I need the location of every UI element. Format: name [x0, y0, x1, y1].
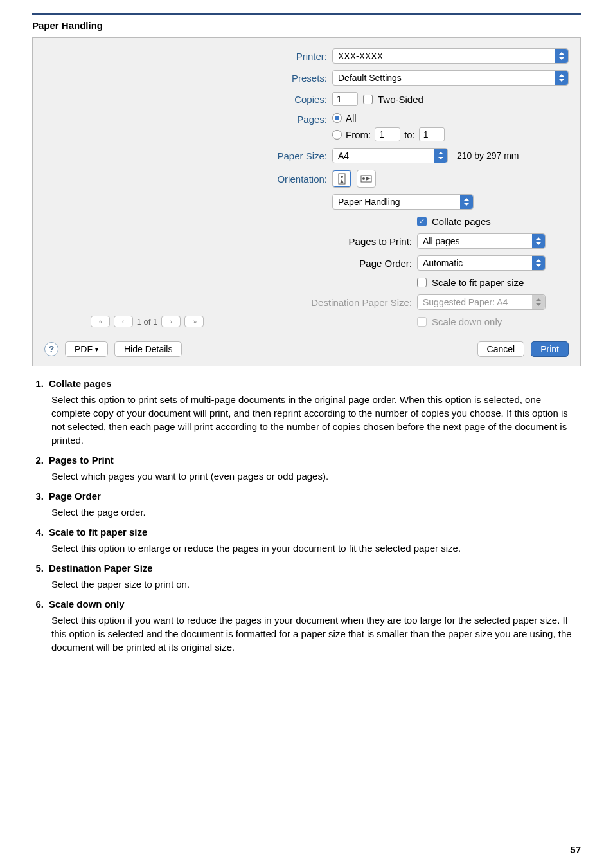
options-module-value: Paper Handling [338, 197, 400, 207]
chevron-updown-icon [555, 71, 568, 85]
pages-from-input[interactable]: 1 [375, 127, 400, 141]
pages-all-label: All [346, 113, 357, 123]
collate-checkbox[interactable] [417, 217, 427, 226]
paper-size-select[interactable]: A4 [332, 148, 448, 163]
pages-to-label: to: [404, 129, 415, 140]
item-body: Select this option to enlarge or reduce … [51, 541, 581, 555]
item-title: Page Order [49, 491, 101, 502]
scale-down-checkbox [417, 317, 427, 327]
scale-down-label: Scale down only [432, 316, 502, 327]
pages-to-input[interactable]: 1 [419, 127, 445, 141]
chevron-updown-icon [555, 49, 568, 63]
cancel-button[interactable]: Cancel [477, 341, 525, 357]
page-order-select[interactable]: Automatic [417, 255, 546, 271]
nav-prev-button[interactable]: ‹ [114, 316, 133, 327]
page-order-value: Automatic [423, 258, 463, 268]
item-body: Select the page order. [51, 505, 581, 519]
printer-value: XXX-XXXX [338, 51, 383, 61]
pages-label: Pages: [250, 113, 332, 125]
list-item: 4.Scale to fit paper size Select this op… [32, 527, 581, 555]
copies-input[interactable]: 1 [332, 92, 358, 106]
preview-nav: « ‹ 1 of 1 › » [44, 316, 250, 334]
item-number: 2. [32, 455, 44, 466]
chevron-updown-icon [532, 234, 545, 248]
presets-label: Presets: [250, 73, 332, 84]
item-number: 1. [32, 378, 44, 389]
paper-size-label: Paper Size: [250, 150, 332, 161]
item-title: Collate pages [49, 378, 112, 389]
item-body: Select which pages you want to print (ev… [51, 469, 581, 483]
presets-select[interactable]: Default Settings [332, 70, 569, 86]
chevron-down-icon: ▾ [95, 346, 98, 353]
item-number: 4. [32, 527, 44, 538]
descriptions-list: 1.Collate pages Select this option to pr… [32, 378, 581, 654]
item-title: Scale down only [49, 599, 125, 610]
scale-fit-checkbox[interactable] [417, 278, 427, 287]
pages-from-label: From: [346, 129, 371, 140]
dest-size-select: Suggested Paper: A4 [417, 294, 546, 310]
item-body: Select this option if you want to reduce… [51, 613, 581, 654]
item-body: Select the paper size to print on. [51, 577, 581, 591]
item-number: 5. [32, 563, 44, 574]
pages-from-radio[interactable] [332, 130, 342, 140]
collate-label: Collate pages [432, 216, 491, 227]
paper-size-value: A4 [338, 150, 349, 161]
printer-label: Printer: [250, 51, 332, 62]
section-title: Paper Handling [32, 20, 581, 31]
scale-fit-label: Scale to fit paper size [432, 277, 524, 288]
item-number: 3. [32, 491, 44, 502]
two-sided-label: Two-Sided [378, 94, 423, 105]
list-item: 5.Destination Paper Size Select the pape… [32, 563, 581, 591]
svg-point-1 [341, 176, 343, 178]
nav-page-indicator: 1 of 1 [137, 317, 158, 327]
hide-details-button[interactable]: Hide Details [114, 341, 182, 357]
help-button[interactable]: ? [44, 342, 58, 356]
chevron-updown-icon [434, 149, 447, 163]
item-number: 6. [32, 599, 44, 610]
item-title: Scale to fit paper size [49, 527, 147, 538]
pages-from-value: 1 [379, 129, 384, 140]
item-title: Pages to Print [49, 455, 114, 466]
print-dialog: « ‹ 1 of 1 › » Printer: XXX-XXXX [32, 37, 581, 366]
copies-label: Copies: [250, 94, 332, 105]
paper-dimensions: 210 by 297 mm [457, 150, 519, 161]
pages-to-print-select[interactable]: All pages [417, 233, 546, 249]
nav-last-button[interactable]: » [184, 316, 204, 327]
pages-to-print-label: Pages to Print: [250, 236, 417, 247]
chevron-updown-icon [532, 295, 545, 309]
list-item: 2.Pages to Print Select which pages you … [32, 455, 581, 483]
pdf-button[interactable]: PDF ▾ [65, 341, 108, 357]
orientation-landscape-button[interactable] [357, 170, 376, 188]
dest-size-label: Destination Paper Size: [250, 297, 417, 308]
nav-first-button[interactable]: « [91, 316, 110, 327]
pdf-label: PDF [75, 344, 93, 354]
nav-next-button[interactable]: › [161, 316, 181, 327]
list-item: 1.Collate pages Select this option to pr… [32, 378, 581, 447]
printer-select[interactable]: XXX-XXXX [332, 48, 569, 64]
list-item: 3.Page Order Select the page order. [32, 491, 581, 519]
pages-to-print-value: All pages [423, 236, 460, 246]
print-button[interactable]: Print [531, 341, 569, 357]
chevron-updown-icon [532, 256, 545, 270]
svg-point-3 [362, 177, 365, 180]
item-body: Select this option to print sets of mult… [51, 393, 581, 447]
orientation-portrait-button[interactable] [332, 170, 351, 188]
chevron-updown-icon [460, 195, 473, 209]
orientation-label: Orientation: [250, 174, 332, 185]
item-title: Destination Paper Size [49, 563, 153, 574]
options-module-select[interactable]: Paper Handling [332, 194, 474, 210]
pages-to-value: 1 [423, 129, 429, 140]
copies-value: 1 [337, 94, 342, 104]
page-number: 57 [570, 844, 581, 855]
presets-value: Default Settings [338, 73, 402, 83]
page-order-label: Page Order: [250, 258, 417, 269]
two-sided-checkbox[interactable] [363, 95, 373, 104]
list-item: 6.Scale down only Select this option if … [32, 599, 581, 654]
dest-size-value: Suggested Paper: A4 [423, 297, 508, 307]
pages-all-radio[interactable] [332, 113, 342, 123]
